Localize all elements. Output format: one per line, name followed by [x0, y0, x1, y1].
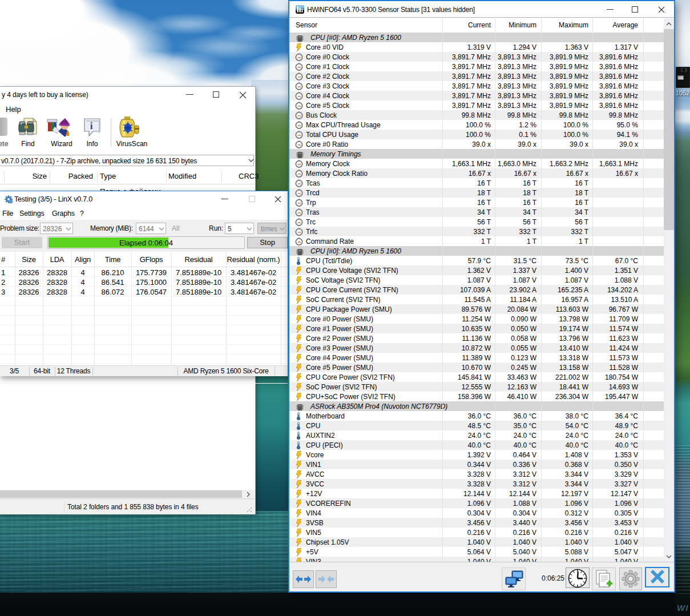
svg-text:i: i	[90, 120, 93, 131]
